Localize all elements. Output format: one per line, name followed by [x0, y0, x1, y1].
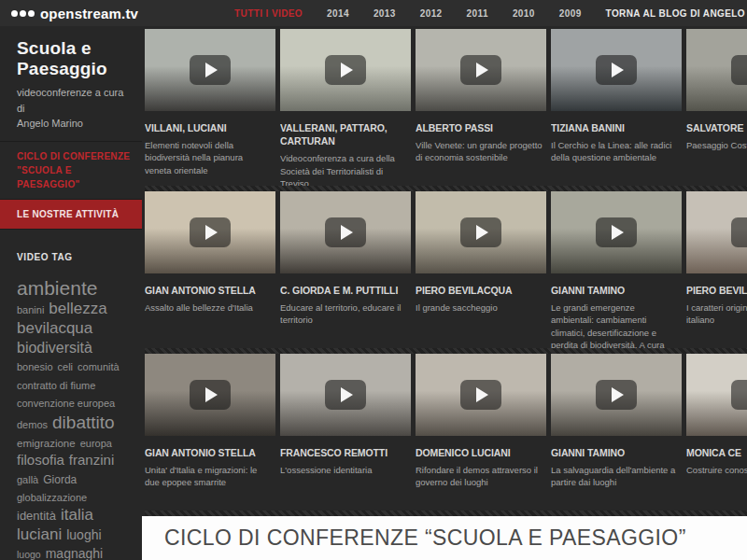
video-thumbnail[interactable] — [145, 354, 275, 436]
video-card[interactable]: VALLERANI, PATTARO, CARTURANVideoconfere… — [280, 29, 411, 186]
nav-item-2011[interactable]: 2011 — [467, 8, 488, 19]
play-icon[interactable] — [731, 217, 747, 247]
video-card[interactable]: GIAN ANTONIO STELLAUnita' d'Italia e mig… — [145, 354, 275, 511]
sidebar-item-le-nostre-attivita[interactable]: LE NOSTRE ATTIVITÀ — [0, 200, 142, 230]
nav-item-2009[interactable]: 2009 — [559, 8, 582, 19]
tag-emigrazione[interactable]: emigrazione — [17, 437, 76, 450]
tag-filosofia[interactable]: filosofia — [17, 452, 64, 469]
video-speaker-link[interactable]: FRANCESCO REMOTTI — [280, 446, 411, 459]
tag-convenzione-europea[interactable]: convenzione europea — [17, 398, 115, 410]
nav-item-2013[interactable]: 2013 — [374, 8, 396, 19]
video-speaker-link[interactable]: VALLERANI, PATTARO, CARTURAN — [280, 121, 411, 147]
video-speaker-link[interactable]: GIANNI TAMINO — [551, 446, 682, 459]
tag-europa[interactable]: europa — [80, 438, 112, 450]
video-description: I caratteri original italiano — [686, 301, 747, 327]
video-speaker-link[interactable]: PIERO BEVILACQUA — [416, 284, 546, 297]
tag-contratto-di-fiume[interactable]: contratto di fiume — [17, 380, 95, 392]
sidebar-item-ciclo-di-conferenze[interactable]: CICLO DI CONFERENZE "SCUOLA E PAESAGGIO" — [0, 142, 142, 200]
video-speaker-link[interactable]: VILLANI, LUCIANI — [145, 121, 275, 134]
play-icon[interactable] — [731, 55, 747, 85]
video-speaker-link[interactable]: PIERO BEVIL — [686, 284, 747, 297]
tag-comunit[interactable]: comunità — [78, 361, 120, 373]
video-thumbnail[interactable] — [145, 191, 275, 273]
video-speaker-link[interactable]: DOMENICO LUCIANI — [416, 446, 546, 459]
tag-ambiente[interactable]: ambiente — [17, 276, 97, 301]
tag-celi[interactable]: celi — [58, 361, 74, 373]
tag-dibattito[interactable]: dibattito — [52, 412, 115, 433]
play-icon[interactable] — [325, 380, 366, 410]
tag-giorda[interactable]: Giorda — [43, 473, 77, 487]
play-icon[interactable] — [596, 380, 637, 410]
play-icon[interactable] — [596, 217, 637, 247]
play-triangle-icon — [476, 387, 488, 402]
play-icon[interactable] — [460, 217, 501, 247]
video-thumbnail[interactable] — [416, 29, 546, 111]
video-thumbnail[interactable] — [686, 191, 747, 273]
nav-item-torna-al-blog-di-angelo[interactable]: TORNA AL BLOG DI ANGELO — [606, 8, 745, 19]
video-row: GIAN ANTONIO STELLAUnita' d'Italia e mig… — [145, 354, 747, 511]
nav-item-2014[interactable]: 2014 — [327, 8, 349, 19]
video-card[interactable]: GIAN ANTONIO STELLAAssalto alle bellezze… — [145, 191, 275, 348]
video-card[interactable]: ALBERTO PASSIVille Venete: un grande pro… — [416, 29, 546, 186]
video-card[interactable]: VILLANI, LUCIANIElementi notevoli della … — [145, 29, 275, 186]
tag-bevilacqua[interactable]: bevilacqua — [17, 319, 92, 339]
video-thumbnail[interactable] — [145, 29, 275, 111]
video-speaker-link[interactable]: SALVATORE — [686, 121, 747, 134]
video-card[interactable]: GIANNI TAMINOLa salvaguardia dell'ambien… — [551, 354, 682, 511]
play-icon[interactable] — [325, 217, 366, 247]
play-icon[interactable] — [190, 55, 231, 85]
tag-gall[interactable]: gallà — [17, 474, 38, 486]
tag-identit[interactable]: identità — [17, 509, 56, 524]
tag-bonesio[interactable]: bonesio — [17, 361, 53, 373]
tag-luciani[interactable]: luciani — [17, 525, 62, 545]
video-thumbnail[interactable] — [551, 29, 682, 111]
video-thumbnail[interactable] — [416, 354, 546, 436]
tag-biodiversit[interactable]: biodiversità — [17, 339, 92, 357]
tag-magnaghi[interactable]: magnaghi — [46, 546, 104, 560]
video-thumbnail[interactable] — [280, 29, 411, 111]
video-thumbnail[interactable] — [280, 191, 411, 273]
video-card[interactable]: SALVATOREPaesaggio Costitu — [686, 29, 747, 186]
play-icon[interactable] — [190, 380, 231, 410]
tag-luoghi[interactable]: luoghi — [66, 527, 101, 543]
nav-item-2010[interactable]: 2010 — [513, 8, 535, 19]
tag-luogo[interactable]: luogo — [17, 549, 41, 560]
video-card[interactable]: DOMENICO LUCIANIRifondare il demos attra… — [416, 354, 546, 511]
video-thumbnail[interactable] — [280, 354, 411, 436]
tag-bellezza[interactable]: bellezza — [49, 300, 106, 319]
video-card[interactable]: PIERO BEVILI caratteri original italiano — [686, 191, 747, 348]
play-icon[interactable] — [460, 380, 501, 410]
video-card[interactable]: FRANCESCO REMOTTIL'ossessione identitari… — [280, 354, 411, 511]
video-speaker-link[interactable]: C. GIORDA E M. PUTTILLI — [280, 284, 411, 297]
play-icon[interactable] — [190, 217, 231, 247]
tag-banini[interactable]: banini — [17, 304, 44, 316]
video-card[interactable]: PIERO BEVILACQUAIl grande saccheggio — [416, 191, 546, 348]
video-card[interactable]: GIANNI TAMINOLe grandi emergenze ambient… — [551, 191, 682, 348]
video-thumbnail[interactable] — [686, 354, 747, 436]
video-thumbnail[interactable] — [551, 191, 682, 273]
video-thumbnail[interactable] — [686, 29, 747, 111]
play-icon[interactable] — [731, 380, 747, 410]
video-card[interactable]: MONICA CECostruire conosce — [686, 354, 747, 511]
nav-item-2012[interactable]: 2012 — [420, 8, 443, 19]
tag-italia[interactable]: italia — [61, 506, 93, 525]
video-card[interactable]: C. GIORDA E M. PUTTILLIEducare al territ… — [280, 191, 411, 348]
video-speaker-link[interactable]: MONICA CE — [686, 446, 747, 459]
video-speaker-link[interactable]: GIAN ANTONIO STELLA — [145, 284, 275, 297]
video-speaker-link[interactable]: TIZIANA BANINI — [551, 121, 682, 134]
nav-item-tutti-i-video[interactable]: TUTTI I VIDEO — [234, 8, 303, 19]
site-logo[interactable]: openstream.tv — [11, 6, 138, 21]
video-thumbnail[interactable] — [551, 354, 682, 436]
video-thumbnail[interactable] — [416, 191, 546, 273]
play-icon[interactable] — [460, 55, 501, 85]
video-speaker-link[interactable]: GIANNI TAMINO — [551, 284, 682, 297]
tag-franzini[interactable]: franzini — [69, 452, 114, 469]
video-speaker-link[interactable]: GIAN ANTONIO STELLA — [145, 446, 275, 459]
tag-demos[interactable]: demos — [17, 419, 48, 431]
play-icon[interactable] — [596, 55, 637, 85]
video-card[interactable]: TIZIANA BANINIIl Cerchio e la Linea: all… — [551, 29, 682, 186]
video-speaker-link[interactable]: ALBERTO PASSI — [416, 121, 546, 134]
video-description: Costruire conosce — [686, 464, 747, 476]
play-icon[interactable] — [325, 55, 366, 85]
tag-globalizzazione[interactable]: globalizzazione — [17, 492, 87, 504]
